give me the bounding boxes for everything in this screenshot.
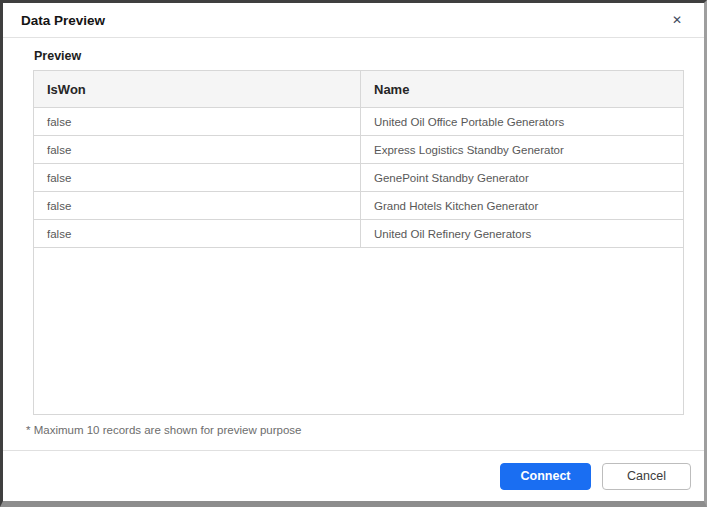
cell-iswon: false — [34, 220, 361, 248]
empty-table-area — [34, 248, 684, 415]
cell-name: GenePoint Standby Generator — [361, 164, 684, 192]
cell-name: Grand Hotels Kitchen Generator — [361, 192, 684, 220]
cell-name: Express Logistics Standby Generator — [361, 136, 684, 164]
cell-name: United Oil Office Portable Generators — [361, 108, 684, 136]
cancel-button[interactable]: Cancel — [602, 463, 691, 490]
table-row: false United Oil Office Portable Generat… — [34, 108, 684, 136]
cell-iswon: false — [34, 192, 361, 220]
cell-name: United Oil Refinery Generators — [361, 220, 684, 248]
table-row: false Grand Hotels Kitchen Generator — [34, 192, 684, 220]
table-header-row: IsWon Name — [34, 71, 684, 108]
table-empty-row — [34, 248, 684, 415]
data-preview-dialog: Data Preview ✕ Preview IsWon Name false … — [0, 0, 707, 507]
max-records-note: * Maximum 10 records are shown for previ… — [26, 424, 678, 436]
dialog-header: Data Preview ✕ — [3, 3, 704, 38]
cell-iswon: false — [34, 108, 361, 136]
preview-table: IsWon Name false United Oil Office Porta… — [33, 70, 684, 415]
dialog-footer: Connect Cancel — [3, 450, 704, 501]
cell-iswon: false — [34, 164, 361, 192]
table-row: false GenePoint Standby Generator — [34, 164, 684, 192]
column-header-iswon: IsWon — [34, 71, 361, 108]
column-header-name: Name — [361, 71, 684, 108]
close-icon[interactable]: ✕ — [668, 10, 686, 30]
table-row: false Express Logistics Standby Generato… — [34, 136, 684, 164]
cell-iswon: false — [34, 136, 361, 164]
preview-section-label: Preview — [34, 49, 678, 63]
dialog-title: Data Preview — [21, 13, 105, 28]
table-row: false United Oil Refinery Generators — [34, 220, 684, 248]
dialog-body: Preview IsWon Name false United Oil Offi… — [3, 38, 704, 436]
connect-button[interactable]: Connect — [500, 463, 591, 490]
